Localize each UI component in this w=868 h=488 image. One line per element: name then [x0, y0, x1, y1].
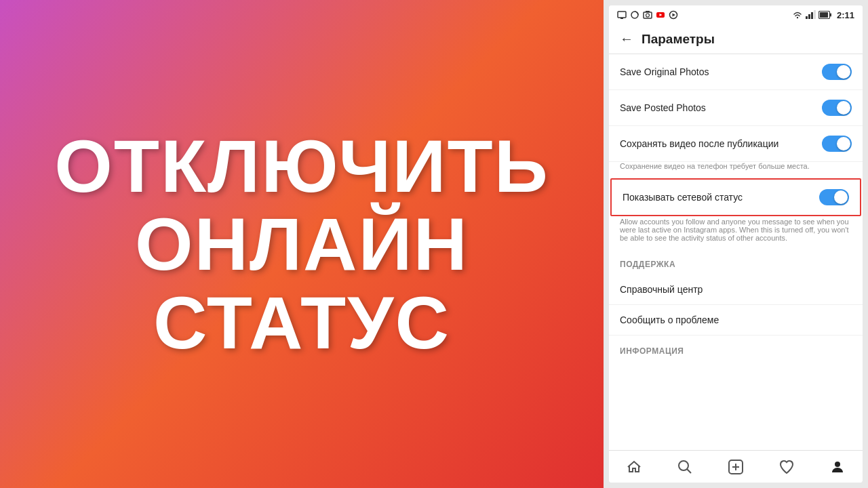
- menu-item-report-problem[interactable]: Сообщить о проблеме: [609, 305, 863, 336]
- bottom-nav-heart[interactable]: [778, 458, 795, 476]
- signal-bars-icon: [805, 10, 816, 20]
- svg-point-23: [835, 462, 840, 467]
- svg-rect-1: [620, 18, 623, 19]
- camera-icon: [643, 10, 652, 20]
- left-panel: ОТКЛЮЧИТЬ ОНЛАЙН СТАТУС: [0, 0, 604, 488]
- setting-row-save-posted[interactable]: Save Posted Photos: [609, 90, 863, 126]
- svg-point-4: [646, 14, 650, 17]
- svg-rect-16: [820, 12, 828, 18]
- setting-row-save-original[interactable]: Save Original Photos: [609, 54, 863, 90]
- setting-desc-save-video: Сохранение видео на телефон требует боль…: [609, 162, 863, 177]
- home-icon: [626, 459, 642, 475]
- setting-row-save-video[interactable]: Сохранять видео после публикации: [609, 126, 863, 162]
- svg-rect-3: [644, 12, 652, 18]
- section-header-support: ПОДДЕРЖКА: [609, 249, 863, 274]
- status-icons-right: 2:11: [793, 10, 854, 20]
- profile-icon: [829, 459, 846, 475]
- bottom-nav-home[interactable]: [625, 458, 643, 476]
- title-line3: СТАТУС: [153, 281, 450, 364]
- svg-rect-12: [808, 14, 810, 19]
- phone-screen: 2:11 ← Параметры Save Original Photos Sa…: [609, 5, 863, 483]
- setting-row-show-online[interactable]: Показывать сетевой статус: [610, 178, 861, 216]
- status-bar: 2:11: [609, 5, 863, 24]
- battery-icon: [818, 11, 832, 19]
- wifi-icon: [793, 10, 802, 20]
- toggle-save-video[interactable]: [822, 136, 852, 152]
- svg-point-18: [679, 461, 688, 470]
- bottom-nav: [609, 450, 863, 483]
- svg-rect-5: [646, 11, 650, 12]
- add-icon: [728, 459, 744, 475]
- menu-item-help-center[interactable]: Справочный центр: [609, 274, 863, 305]
- signal-icon: [630, 10, 639, 20]
- bottom-nav-profile[interactable]: [829, 458, 846, 476]
- title-line1: ОТКЛЮЧИТЬ: [54, 124, 549, 207]
- back-button[interactable]: ←: [620, 31, 633, 47]
- svg-point-10: [797, 17, 798, 18]
- bottom-nav-search[interactable]: [676, 458, 694, 476]
- section-header-info: ИНФОРМАЦИЯ: [609, 336, 863, 361]
- setting-label-save-posted: Save Posted Photos: [620, 102, 822, 114]
- heart-icon: [778, 459, 795, 475]
- nav-bar: ← Параметры: [609, 24, 863, 54]
- toggle-save-posted[interactable]: [822, 100, 852, 116]
- svg-rect-11: [806, 16, 808, 19]
- svg-rect-17: [830, 14, 831, 17]
- svg-rect-14: [814, 10, 816, 19]
- page-title: Параметры: [642, 32, 715, 47]
- setting-desc-show-online: Allow accounts you follow and anyone you…: [609, 218, 863, 249]
- status-icons-left: [617, 10, 678, 20]
- time-display: 2:11: [837, 10, 854, 20]
- play-icon: [669, 10, 678, 20]
- svg-line-19: [687, 469, 691, 473]
- toggle-save-original[interactable]: [822, 64, 852, 80]
- right-panel: 2:11 ← Параметры Save Original Photos Sa…: [604, 0, 868, 488]
- search-icon: [677, 459, 693, 475]
- setting-label-save-original: Save Original Photos: [620, 66, 822, 78]
- title-line2: ОНЛАЙН: [135, 202, 469, 285]
- bottom-nav-add[interactable]: [727, 458, 745, 476]
- setting-label-show-online: Показывать сетевой статус: [623, 191, 819, 203]
- notification-icon: [617, 10, 627, 20]
- svg-rect-0: [618, 12, 626, 18]
- settings-content: Save Original Photos Save Posted Photos …: [609, 54, 863, 450]
- youtube-icon: [656, 10, 665, 20]
- setting-label-save-video: Сохранять видео после публикации: [620, 138, 822, 150]
- svg-marker-9: [673, 14, 676, 17]
- svg-rect-13: [811, 12, 813, 19]
- main-title: ОТКЛЮЧИТЬ ОНЛАЙН СТАТУС: [54, 127, 549, 362]
- toggle-show-online[interactable]: [819, 189, 849, 205]
